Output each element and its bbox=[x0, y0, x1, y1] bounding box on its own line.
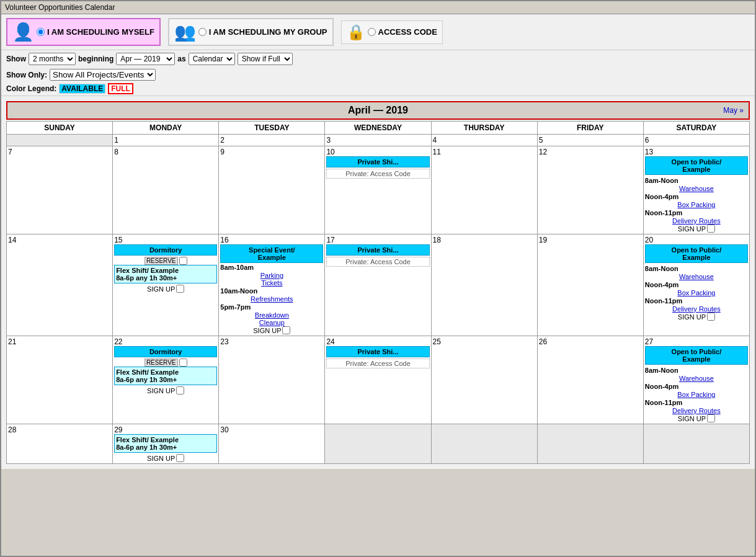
show-select[interactable]: 2 months 1 month 3 months bbox=[29, 53, 76, 65]
show-only-bar: Show Only: Show All Projects/Events bbox=[1, 68, 755, 82]
table-cell-empty-2 bbox=[431, 424, 537, 464]
scheduling-bar: 👤 I AM SCHEDULING MYSELF 👥 I AM SCHEDULI… bbox=[1, 14, 755, 50]
dormitory-block[interactable]: Dormitory bbox=[114, 244, 217, 256]
table-cell-apr8: 8 bbox=[113, 146, 219, 234]
table-cell-apr17: 17 Private Shi... Private: Access Code bbox=[325, 234, 431, 336]
table-cell-apr6: 6 bbox=[643, 135, 749, 146]
table-cell-apr26: 26 bbox=[537, 336, 643, 424]
group-radio[interactable] bbox=[198, 28, 207, 36]
refreshments-link[interactable]: Refreshments bbox=[220, 295, 323, 303]
signup-checkbox-20[interactable] bbox=[707, 313, 715, 321]
tickets-link[interactable]: Tickets bbox=[220, 279, 323, 287]
day-number: 11 bbox=[433, 148, 536, 156]
calendar-header-row: April — 2019 May » bbox=[6, 101, 750, 120]
group-label: I AM SCHEDULING MY GROUP bbox=[209, 27, 327, 37]
open-public-27[interactable]: Open to Public/Example bbox=[645, 346, 748, 365]
box-packing-27[interactable]: Box Packing bbox=[645, 391, 748, 398]
access-code-option[interactable]: 🔒 ACCESS CODE bbox=[341, 20, 443, 44]
next-month-link[interactable]: May » bbox=[723, 106, 744, 115]
day-number: 20 bbox=[645, 236, 748, 244]
box-packing-link[interactable]: Box Packing bbox=[645, 201, 748, 208]
shift-8am-noon: 8am-Noon Warehouse Noon-4pm Box Packing … bbox=[645, 176, 748, 225]
private-shift-17[interactable]: Private Shi... bbox=[326, 244, 429, 256]
private-shift-24[interactable]: Private Shi... bbox=[326, 346, 429, 357]
reserve-checkbox[interactable] bbox=[179, 257, 187, 265]
app-container: Volunteer Opportunities Calendar 👤 I AM … bbox=[0, 0, 756, 557]
breakdown-link[interactable]: Breakdown bbox=[220, 311, 323, 319]
day-number: 30 bbox=[220, 426, 323, 434]
reserve-checkbox-22[interactable] bbox=[179, 359, 187, 367]
table-cell-apr15: 15 Dormitory RESERVE Flex Shift/ Example… bbox=[113, 234, 219, 336]
lock-icon: 🔒 bbox=[347, 24, 365, 41]
month-title: April — 2019 bbox=[10, 105, 746, 116]
signup-checkbox[interactable] bbox=[707, 225, 715, 233]
day-number: 18 bbox=[433, 236, 536, 244]
signup-checkbox-16[interactable] bbox=[282, 326, 290, 334]
table-cell-empty-3 bbox=[537, 424, 643, 464]
special-event-block[interactable]: Special Event/Example bbox=[220, 244, 323, 263]
open-public-event[interactable]: Open to Public/Example bbox=[645, 156, 748, 175]
table-cell-apr29: 29 Flex Shift/ Example 8a-6p any 1h 30m+… bbox=[113, 424, 219, 464]
day-number: 10 bbox=[326, 148, 429, 156]
signup-row-15: SIGN UP bbox=[114, 285, 217, 293]
beginning-select[interactable]: Apr — 2019 May — 2019 bbox=[116, 53, 175, 65]
cleanup-link[interactable]: Cleanup bbox=[220, 319, 323, 326]
box-packing-20[interactable]: Box Packing bbox=[645, 289, 748, 296]
private-access-code-17: Private: Access Code bbox=[326, 257, 429, 267]
day-header-fri: FRIDAY bbox=[537, 122, 643, 135]
warehouse-20[interactable]: Warehouse bbox=[645, 273, 748, 280]
shifts-20: 8am-Noon Warehouse Noon-4pm Box Packing … bbox=[645, 264, 748, 313]
day-number: 2 bbox=[220, 136, 323, 145]
private-shift-event[interactable]: Private Shi... bbox=[326, 156, 429, 167]
day-number: 25 bbox=[433, 337, 536, 346]
title-bar: Volunteer Opportunities Calendar bbox=[1, 1, 755, 14]
flex-shift-29[interactable]: Flex Shift/ Example 8a-6p any 1h 30m+ bbox=[114, 434, 217, 453]
open-public-20[interactable]: Open to Public/Example bbox=[645, 244, 748, 263]
table-cell-apr1: 1 bbox=[113, 135, 219, 146]
day-number: 26 bbox=[539, 337, 642, 346]
delivery-routes-27[interactable]: Delivery Routes bbox=[645, 407, 748, 414]
shifts-27: 8am-Noon Warehouse Noon-4pm Box Packing … bbox=[645, 366, 748, 414]
parking-link[interactable]: Parking bbox=[220, 272, 323, 279]
flex-shift-22[interactable]: Flex Shift/ Example 8a-6p any 1h 30m+ bbox=[114, 367, 217, 385]
day-number: 6 bbox=[645, 136, 748, 145]
signup-row-20: SIGN UP bbox=[645, 313, 748, 321]
day-number: 19 bbox=[539, 236, 642, 244]
reserve-button[interactable]: RESERVE bbox=[145, 257, 178, 265]
signup-label: SIGN UP bbox=[147, 285, 175, 293]
as-select[interactable]: Calendar List bbox=[189, 53, 235, 65]
group-icon: 👥 bbox=[174, 22, 196, 42]
signup-checkbox-15[interactable] bbox=[176, 285, 184, 293]
signup-row-27: SIGN UP bbox=[645, 414, 748, 422]
warehouse-link[interactable]: Warehouse bbox=[645, 185, 748, 192]
group-option[interactable]: 👥 I AM SCHEDULING MY GROUP bbox=[168, 18, 334, 46]
day-number: 14 bbox=[8, 236, 111, 244]
private-access-code: Private: Access Code bbox=[326, 169, 429, 179]
table-cell-apr28: 28 bbox=[7, 424, 113, 464]
legend-bar: Color Legend: AVAILABLE FULL bbox=[1, 82, 755, 96]
dormitory-22[interactable]: Dormitory bbox=[114, 346, 217, 357]
access-code-radio[interactable] bbox=[368, 28, 376, 36]
show-only-select[interactable]: Show All Projects/Events bbox=[50, 69, 156, 81]
day-number: 4 bbox=[433, 136, 536, 145]
signup-checkbox-27[interactable] bbox=[707, 414, 715, 422]
delivery-routes-link[interactable]: Delivery Routes bbox=[645, 217, 748, 225]
day-number: 16 bbox=[220, 236, 323, 244]
show-if-full-select[interactable]: Show if Full Hide if Full bbox=[238, 53, 293, 65]
day-number: 27 bbox=[645, 337, 748, 346]
day-header-sat: SATURDAY bbox=[643, 122, 749, 135]
myself-option[interactable]: 👤 I AM SCHEDULING MYSELF bbox=[6, 18, 161, 46]
myself-radio[interactable] bbox=[37, 28, 45, 36]
signup-row-16: SIGN UP bbox=[220, 326, 323, 334]
reserve-button-22[interactable]: RESERVE bbox=[145, 359, 178, 367]
as-label: as bbox=[177, 55, 185, 63]
day-number: 21 bbox=[8, 337, 111, 346]
signup-checkbox-22[interactable] bbox=[176, 386, 184, 394]
table-cell-apr19: 19 bbox=[537, 234, 643, 336]
flex-shift-block[interactable]: Flex Shift/ Example 8a-6p any 1h 30m+ bbox=[114, 265, 217, 283]
signup-checkbox-29[interactable] bbox=[176, 454, 184, 462]
signup-row-22: SIGN UP bbox=[114, 386, 217, 394]
warehouse-27[interactable]: Warehouse bbox=[645, 375, 748, 382]
delivery-routes-20[interactable]: Delivery Routes bbox=[645, 305, 748, 313]
day-header-wed: WEDNESDAY bbox=[325, 122, 431, 135]
